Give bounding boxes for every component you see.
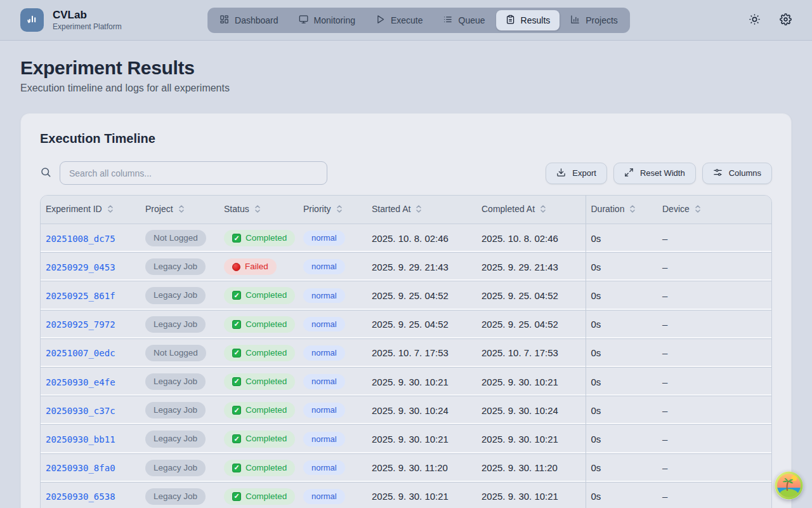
device-cell: –	[657, 310, 771, 338]
device-cell: –	[657, 281, 771, 310]
nav-item-execute[interactable]: Execute	[366, 10, 433, 30]
nav-item-queue[interactable]: Queue	[434, 10, 495, 30]
status-badge: ✓Completed	[224, 316, 295, 333]
columns-button[interactable]: Columns	[702, 163, 772, 184]
nav-label: Dashboard	[235, 15, 278, 25]
check-icon: ✓	[232, 377, 241, 386]
completed-at-cell: 2025. 10. 7. 17:53	[476, 338, 586, 367]
col-header-experiment-id[interactable]: Experiment ID	[41, 196, 140, 224]
sliders-icon	[713, 168, 723, 179]
status-badge: ✓Completed	[224, 287, 295, 304]
status-badge: ✓Completed	[224, 345, 295, 361]
table-header-row: Experiment ID Project Status Priority St…	[41, 196, 771, 224]
check-icon: ✓	[232, 464, 241, 472]
device-cell: –	[657, 253, 771, 281]
project-badge: Not Logged	[145, 345, 206, 361]
project-badge: Legacy Job	[145, 460, 206, 476]
floating-island-button[interactable]	[775, 471, 803, 500]
col-header-started-at[interactable]: Started At	[367, 196, 476, 224]
col-header-status[interactable]: Status	[219, 196, 298, 224]
nav-label: Queue	[459, 15, 485, 25]
diagonal-expand-icon	[624, 168, 634, 179]
duration-cell: 0s	[586, 224, 657, 253]
nav-item-monitoring[interactable]: Monitoring	[289, 10, 365, 30]
experiment-id-link[interactable]: 20251008_dc75	[46, 234, 115, 244]
nav-item-results[interactable]: Results	[496, 10, 560, 30]
status-badge: ✓Completed	[224, 373, 295, 390]
reset-width-label: Reset Width	[640, 168, 685, 178]
completed-at-cell: 2025. 9. 30. 11:20	[476, 453, 586, 482]
settings-button[interactable]	[780, 13, 792, 27]
nav-label: Execute	[391, 15, 423, 25]
col-header-duration[interactable]: Duration	[586, 196, 657, 224]
check-icon: ✓	[232, 320, 241, 329]
project-badge: Legacy Job	[145, 488, 206, 505]
export-label: Export	[572, 168, 596, 178]
table-toolbar: Export Reset Width Columns	[40, 161, 772, 185]
nav-item-dashboard[interactable]: Dashboard	[210, 10, 288, 30]
status-badge: Failed	[224, 258, 277, 275]
page-title: Experiment Results	[20, 57, 792, 79]
status-badge: ✓Completed	[224, 431, 295, 447]
failed-dot-icon	[232, 263, 240, 271]
experiment-id-link[interactable]: 20251007_0edc	[46, 348, 115, 358]
duration-cell: 0s	[586, 367, 657, 396]
experiment-id-link[interactable]: 20250929_0453	[46, 262, 115, 272]
priority-badge: normal	[303, 259, 345, 274]
results-table: Experiment ID Project Status Priority St…	[40, 195, 772, 508]
check-icon: ✓	[232, 406, 241, 415]
experiment-id-link[interactable]: 20250930_6538	[46, 491, 115, 502]
started-at-cell: 2025. 9. 29. 21:43	[367, 253, 476, 281]
reset-width-button[interactable]: Reset Width	[613, 163, 696, 184]
theme-toggle-button[interactable]	[749, 13, 761, 27]
search-input[interactable]	[60, 161, 327, 185]
priority-badge: normal	[303, 460, 345, 476]
sort-icon	[336, 204, 343, 215]
list-icon	[443, 15, 453, 26]
duration-cell: 0s	[586, 310, 657, 338]
completed-at-cell: 2025. 9. 25. 04:52	[476, 310, 586, 338]
table-row: 20251008_dc75 Not Logged ✓Completed norm…	[41, 224, 771, 253]
priority-badge: normal	[303, 231, 345, 246]
device-cell: –	[657, 425, 771, 453]
duration-cell: 0s	[586, 253, 657, 281]
execution-timeline-panel: Execution Timeline Export	[20, 113, 792, 508]
sort-icon	[107, 204, 114, 215]
device-cell: –	[657, 224, 771, 253]
col-header-project[interactable]: Project	[140, 196, 219, 224]
completed-at-cell: 2025. 9. 30. 10:21	[476, 482, 586, 508]
sort-icon	[178, 204, 185, 215]
experiment-id-link[interactable]: 20250925_7972	[46, 319, 115, 330]
experiment-id-link[interactable]: 20250930_c37c	[46, 406, 115, 416]
experiment-id-link[interactable]: 20250930_8fa0	[46, 463, 115, 473]
project-badge: Legacy Job	[145, 402, 206, 418]
page-subtitle: Execution timeline and logs for all expe…	[20, 83, 792, 94]
nav-item-projects[interactable]: Projects	[561, 10, 627, 30]
table-row: 20250930_8fa0 Legacy Job ✓Completed norm…	[41, 453, 771, 482]
status-badge: ✓Completed	[224, 488, 295, 505]
col-header-priority[interactable]: Priority	[298, 196, 367, 224]
clipboard-icon	[506, 15, 515, 26]
priority-badge: normal	[303, 288, 345, 304]
table-row: 20250930_bb11 Legacy Job ✓Completed norm…	[41, 425, 771, 453]
col-header-completed-at[interactable]: Completed At	[476, 196, 586, 224]
priority-badge: normal	[303, 489, 345, 504]
col-header-device[interactable]: Device	[657, 196, 771, 224]
experiment-id-link[interactable]: 20250930_e4fe	[46, 377, 115, 387]
check-icon: ✓	[232, 234, 241, 243]
started-at-cell: 2025. 9. 30. 10:21	[367, 425, 476, 453]
project-badge: Legacy Job	[145, 258, 206, 275]
gear-icon	[780, 13, 792, 27]
experiment-id-link[interactable]: 20250925_861f	[46, 291, 115, 301]
app-logo	[20, 8, 44, 32]
experiment-id-link[interactable]: 20250930_bb11	[46, 434, 115, 444]
priority-badge: normal	[303, 432, 345, 447]
check-icon: ✓	[232, 492, 241, 501]
duration-cell: 0s	[586, 425, 657, 453]
sun-icon	[749, 13, 761, 27]
completed-at-cell: 2025. 9. 30. 10:21	[476, 425, 586, 453]
device-cell: –	[657, 396, 771, 425]
started-at-cell: 2025. 9. 30. 10:21	[367, 367, 476, 396]
started-at-cell: 2025. 10. 8. 02:46	[367, 224, 476, 253]
export-button[interactable]: Export	[546, 163, 607, 184]
